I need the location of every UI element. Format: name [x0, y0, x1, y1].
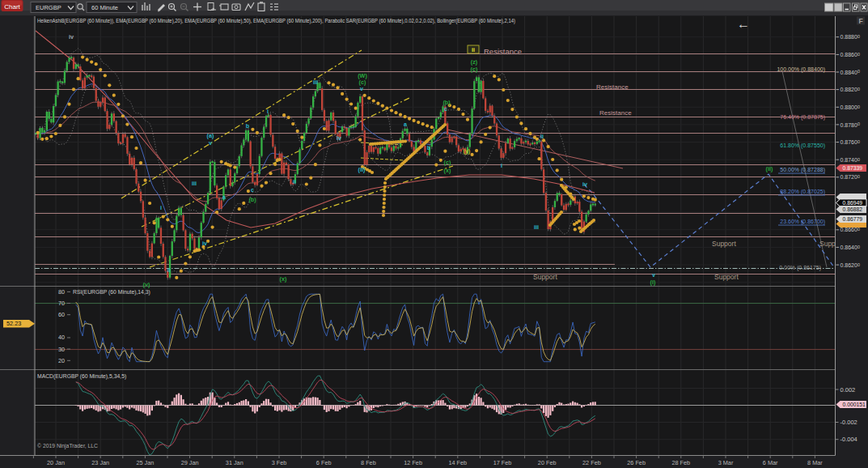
svg-text:31 Jan: 31 Jan: [226, 459, 243, 466]
svg-text:Chart: Chart: [4, 3, 20, 11]
svg-text:(x): (x): [444, 167, 451, 174]
svg-text:23 Jan: 23 Jan: [91, 459, 109, 466]
svg-text:Support: Support: [714, 273, 739, 281]
svg-text:30: 30: [58, 346, 65, 353]
svg-text:28 Feb: 28 Feb: [671, 459, 690, 466]
svg-text:70: 70: [58, 300, 65, 307]
svg-text:60 Minute: 60 Minute: [91, 4, 118, 11]
svg-text:© 2019 NinjaTrader, LLC: © 2019 NinjaTrader, LLC: [37, 443, 98, 449]
svg-text:HeikenAshi8(EURGBP (60 Minute): HeikenAshi8(EURGBP (60 Minute)), EMA(EUR…: [37, 18, 515, 24]
svg-text:0.88800: 0.88800: [840, 34, 860, 40]
svg-text:Support: Support: [712, 240, 736, 248]
svg-text:0.87600: 0.87600: [840, 139, 860, 145]
svg-text:8 Mar: 8 Mar: [807, 459, 823, 466]
svg-text:c: c: [444, 105, 447, 113]
svg-text:(x): (x): [280, 275, 287, 283]
svg-text:0.88600: 0.88600: [840, 52, 860, 57]
svg-text:(v): (v): [143, 281, 150, 288]
svg-text:3 Mar: 3 Mar: [718, 459, 734, 466]
svg-text:0.86600: 0.86600: [840, 227, 860, 232]
svg-text:Resistance: Resistance: [596, 83, 629, 91]
svg-text:ii: ii: [540, 133, 544, 140]
svg-text:52.23: 52.23: [6, 320, 21, 327]
svg-text:-0.002: -0.002: [840, 419, 857, 426]
svg-text:EURGBP: EURGBP: [36, 4, 61, 11]
svg-text:(a): (a): [207, 132, 214, 139]
svg-text:0.86949: 0.86949: [843, 200, 863, 206]
svg-text:iii: iii: [313, 79, 318, 86]
svg-text:0.88400: 0.88400: [840, 69, 860, 74]
svg-text:Resistance: Resistance: [599, 109, 632, 117]
svg-text:6 Feb: 6 Feb: [316, 459, 332, 466]
svg-text:76.40% (0.87875): 76.40% (0.87875): [780, 114, 825, 121]
svg-text:(ii): (ii): [766, 165, 773, 172]
svg-text:(z): (z): [471, 58, 478, 66]
svg-text:3 Feb: 3 Feb: [272, 459, 287, 466]
svg-text:i: i: [160, 204, 162, 211]
svg-text:40: 40: [58, 334, 65, 341]
svg-text:(ii): (ii): [358, 166, 366, 173]
svg-text:100.00% (0.88400): 100.00% (0.88400): [777, 66, 825, 73]
svg-text:20 Jan: 20 Jan: [47, 459, 65, 466]
svg-text:iv: iv: [582, 181, 587, 188]
svg-text:(c): (c): [471, 66, 478, 73]
svg-text:b: b: [246, 122, 250, 130]
svg-text:-0.004: -0.004: [840, 436, 857, 443]
svg-text:0.86400: 0.86400: [840, 245, 860, 250]
svg-text:(i): (i): [650, 279, 656, 286]
svg-text:0.88200: 0.88200: [840, 87, 860, 92]
svg-text:MACD(EURGBP (60 Minute),5,34,5: MACD(EURGBP (60 Minute),5,34,5): [37, 373, 126, 380]
svg-text:20: 20: [58, 357, 65, 364]
svg-text:26 Feb: 26 Feb: [627, 459, 646, 466]
svg-text:29 Jan: 29 Jan: [181, 459, 199, 466]
svg-text:0.87200: 0.87200: [840, 174, 860, 180]
svg-text:6 Mar: 6 Mar: [763, 459, 778, 466]
svg-text:80: 80: [58, 288, 65, 296]
svg-text:0.86882: 0.86882: [843, 206, 863, 212]
svg-text:c: c: [251, 186, 254, 194]
svg-text:RSI(EURGBP (60 Minute),14,3): RSI(EURGBP (60 Minute),14,3): [73, 289, 150, 296]
svg-text:iv: iv: [337, 134, 341, 142]
svg-text:12 Feb: 12 Feb: [404, 459, 422, 466]
svg-text:(c): (c): [444, 159, 451, 166]
svg-text:v: v: [360, 85, 363, 92]
svg-text:0.87400: 0.87400: [840, 157, 860, 163]
svg-text:23.60% (0.86700): 23.60% (0.86700): [780, 219, 825, 225]
svg-text:8 Feb: 8 Feb: [361, 459, 376, 466]
svg-text:0.86779: 0.86779: [843, 216, 863, 222]
svg-text:iii: iii: [192, 180, 197, 187]
svg-text:0.86200: 0.86200: [840, 262, 860, 268]
svg-text:F: F: [858, 17, 862, 25]
svg-text:61.80% (0.87550): 61.80% (0.87550): [780, 143, 825, 149]
svg-text:(b): (b): [248, 196, 256, 203]
svg-text:iv: iv: [69, 33, 74, 40]
svg-text:50.00% (0.87288): 50.00% (0.87288): [780, 167, 825, 173]
svg-text:v: v: [652, 271, 655, 279]
svg-text:0.88000: 0.88000: [840, 104, 860, 110]
svg-text:0.00% (0.86175): 0.00% (0.86175): [779, 265, 821, 271]
svg-text:38.20% (0.87025): 38.20% (0.87025): [780, 189, 825, 195]
svg-text:25 Jan: 25 Jan: [136, 459, 154, 466]
svg-text:14 Feb: 14 Feb: [448, 459, 467, 466]
svg-text:(y): (y): [464, 147, 471, 155]
svg-text:0.87800: 0.87800: [840, 121, 860, 127]
svg-text:i: i: [267, 108, 269, 115]
svg-text:iv: iv: [202, 240, 207, 247]
svg-text:←: ←: [737, 17, 750, 31]
svg-text:ii: ii: [293, 178, 296, 185]
svg-text:ii: ii: [472, 46, 475, 53]
svg-text:i: i: [501, 162, 502, 169]
svg-text:60: 60: [58, 311, 65, 318]
svg-text:17 Feb: 17 Feb: [493, 459, 512, 466]
svg-text:0.002: 0.002: [840, 386, 856, 394]
svg-text:b: b: [427, 144, 431, 151]
svg-text:v: v: [209, 139, 212, 147]
svg-text:Support: Support: [533, 273, 557, 281]
svg-text:iii: iii: [534, 223, 539, 231]
svg-text:0.87339: 0.87339: [843, 165, 863, 171]
svg-text:ii: ii: [167, 266, 171, 274]
svg-text:Supp: Supp: [819, 240, 836, 248]
svg-text:20 Feb: 20 Feb: [538, 459, 557, 466]
svg-text:22 Feb: 22 Feb: [582, 459, 601, 466]
svg-text:Resistance: Resistance: [484, 47, 522, 56]
